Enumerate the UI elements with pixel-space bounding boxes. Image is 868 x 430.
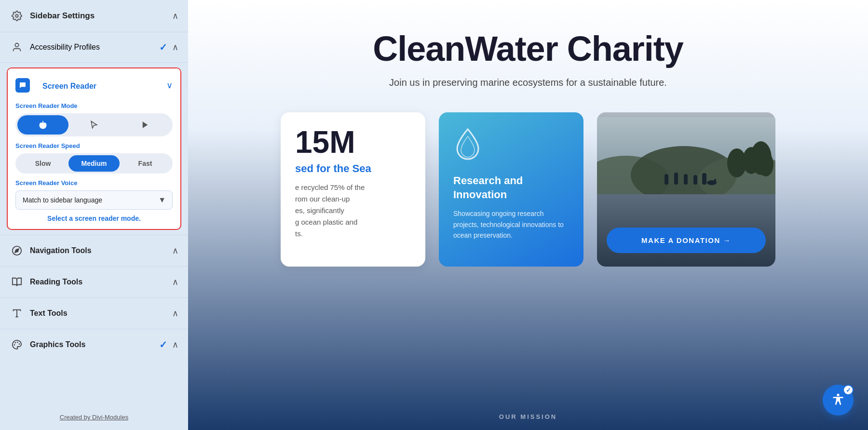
reading-tools-label: Reading Tools	[30, 278, 82, 286]
screen-reader-box: Screen Reader ∨ Screen Reader Mode	[7, 67, 181, 230]
research-desc: Showcasing ongoing research projects, te…	[453, 208, 569, 241]
svg-point-10	[15, 342, 15, 343]
accessibility-profiles-chevron-icon: ∧	[172, 42, 178, 53]
navigation-tools-label: Navigation Tools	[30, 246, 92, 255]
speed-slow-button[interactable]: Slow	[17, 155, 68, 172]
research-title: Research and Innovation	[453, 174, 569, 202]
stat-card: 15M sed for the Sea e recycled 75% of th…	[281, 112, 425, 267]
graphics-icon	[10, 337, 24, 352]
svg-point-1	[15, 43, 18, 47]
speed-fast-button[interactable]: Fast	[120, 155, 171, 172]
our-mission-label: OUR MISSION	[499, 413, 557, 420]
accessibility-profiles-check-icon: ✓	[159, 41, 167, 53]
hero-title: CleanWater Charity	[227, 29, 829, 68]
stat-highlight: sed for the Sea	[295, 162, 411, 175]
text-icon	[10, 306, 24, 321]
navigation-chevron-icon: ∧	[172, 245, 178, 256]
screen-reader-speed-label: Screen Reader Speed	[15, 142, 173, 149]
sidebar-footer: Created by Divi-Modules	[0, 404, 188, 430]
svg-point-27	[837, 394, 839, 396]
landscape-svg	[597, 117, 775, 194]
speed-medium-button[interactable]: Medium	[68, 155, 120, 172]
graphics-tools-header[interactable]: Graphics Tools ✓ ∧	[0, 329, 188, 360]
sidebar-settings-header[interactable]: Sidebar Settings ∧	[0, 0, 188, 32]
cards-row: 15M sed for the Sea e recycled 75% of th…	[188, 112, 868, 267]
svg-point-9	[19, 344, 20, 344]
svg-rect-22	[684, 174, 688, 185]
created-by-link[interactable]: Created by Divi-Modules	[60, 414, 128, 421]
svg-rect-21	[674, 173, 678, 185]
screen-reader-chevron-icon: ∨	[166, 80, 173, 91]
mode-button-group	[15, 113, 173, 136]
fab-check-icon: ✓	[843, 385, 854, 395]
reading-tools-header[interactable]: Reading Tools ∧	[0, 266, 188, 297]
accessibility-profiles-label: Accessibility Profiles	[30, 43, 100, 52]
text-tools-header[interactable]: Text Tools ∧	[0, 297, 188, 329]
research-card: Research and Innovation Showcasing ongoi…	[439, 112, 583, 267]
screen-reader-title: Screen Reader	[35, 75, 104, 95]
speed-button-group: Slow Medium Fast	[15, 153, 173, 174]
text-chevron-icon: ∧	[172, 308, 178, 319]
mode-power-button[interactable]	[17, 115, 68, 134]
sidebar-settings-label: Sidebar Settings	[30, 11, 95, 21]
svg-rect-20	[665, 174, 668, 185]
graphics-chevron-icon: ∧	[172, 339, 178, 350]
reading-icon	[10, 275, 24, 289]
hero-section: CleanWater Charity Join us in preserving…	[188, 0, 868, 108]
mode-play-button[interactable]	[120, 115, 171, 134]
svg-point-19	[750, 141, 772, 175]
screen-reader-mode-section: Screen Reader Mode	[8, 102, 180, 229]
screen-reader-header[interactable]: Screen Reader ∨	[8, 68, 180, 100]
main-content: CleanWater Charity Join us in preserving…	[188, 0, 868, 430]
navigation-icon	[10, 243, 24, 258]
navigation-tools-header[interactable]: Navigation Tools ∧	[0, 235, 188, 266]
hero-subtitle: Join us in preserving marine ecosystems …	[227, 77, 829, 88]
reading-chevron-icon: ∧	[172, 277, 178, 287]
svg-rect-26	[714, 179, 716, 184]
svg-marker-3	[143, 121, 148, 128]
screen-reader-mode-label: Screen Reader Mode	[15, 102, 173, 109]
stat-number: 15M	[295, 127, 411, 158]
svg-marker-5	[15, 249, 19, 253]
photo-card: MAKE A DONATION →	[597, 112, 775, 267]
person-icon	[10, 40, 24, 54]
screen-reader-chat-icon	[15, 78, 30, 93]
graphics-tools-label: Graphics Tools	[30, 340, 85, 349]
sidebar: Sidebar Settings ∧ Accessibility Profile…	[0, 0, 188, 430]
graphics-tools-check-icon: ✓	[159, 339, 167, 350]
donate-button[interactable]: MAKE A DONATION →	[607, 228, 766, 253]
text-tools-label: Text Tools	[30, 309, 68, 318]
research-drop-icon	[453, 127, 569, 166]
svg-rect-24	[702, 173, 706, 185]
svg-point-11	[14, 345, 15, 345]
accessibility-fab[interactable]: ✓	[823, 385, 854, 416]
stat-text: e recycled 75% of therom our clean-upes,…	[295, 182, 411, 240]
svg-point-8	[17, 342, 18, 343]
voice-select-wrapper: Match to sidebar language English (US) E…	[15, 190, 173, 210]
gear-icon	[10, 9, 24, 23]
mode-cursor-button[interactable]	[68, 115, 120, 134]
accessibility-fab-icon	[830, 392, 846, 408]
voice-select[interactable]: Match to sidebar language English (US) E…	[15, 190, 173, 210]
svg-rect-23	[693, 175, 697, 185]
accessibility-profiles-header[interactable]: Accessibility Profiles ✓ ∧	[0, 32, 188, 63]
screen-reader-voice-label: Screen Reader Voice	[15, 179, 173, 187]
settings-chevron-icon: ∧	[172, 11, 178, 21]
svg-point-0	[15, 14, 18, 17]
select-mode-link[interactable]: Select a screen reader mode.	[15, 215, 173, 222]
